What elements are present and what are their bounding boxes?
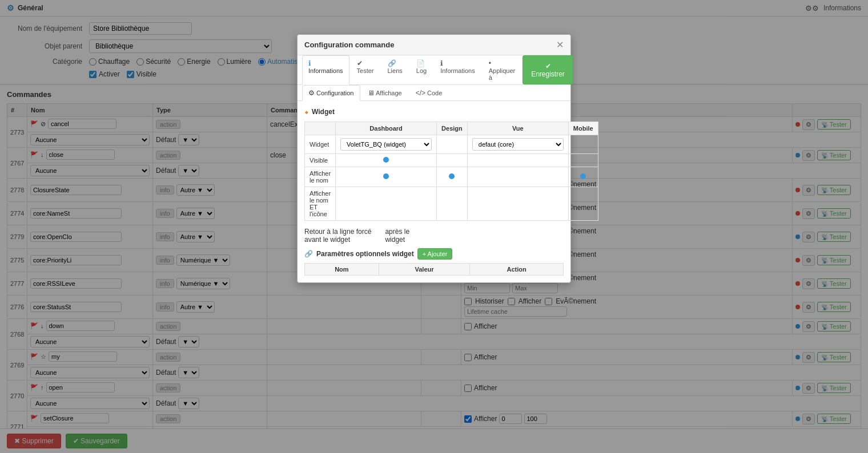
widget-row-widget: Widget VoletTG_BQ (widget) defaut (core) xyxy=(305,135,598,154)
col-action: Action xyxy=(470,264,564,276)
tab-code[interactable]: </> Code xyxy=(409,85,449,101)
dashboard-widget-select[interactable]: VoletTG_BQ (widget) xyxy=(340,138,432,151)
widget-table: Dashboard Design Vue Mobile Widget Volet… xyxy=(304,122,598,221)
modal: Configuration commande ✕ ℹ Informations … xyxy=(297,34,571,283)
widget-row-visible: Visible xyxy=(305,154,598,167)
visible-label: Visible xyxy=(305,154,336,167)
tab-info2[interactable]: ℹ Informations xyxy=(434,55,481,85)
code-icon: </> xyxy=(416,89,425,97)
display-icon: 🖥 xyxy=(368,89,375,97)
afficher-nom-mobile xyxy=(568,167,598,187)
modal-tabs-row2: ⚙ Configuration 🖥 Affichage </> Code xyxy=(298,85,570,101)
afficher-icone-design xyxy=(437,187,468,221)
vue-widget-select[interactable]: defaut (core) xyxy=(472,138,564,151)
modal-overlay: Configuration commande ✕ ℹ Informations … xyxy=(0,0,868,453)
afficher-nom-label: Afficher le nom xyxy=(305,167,336,187)
widget-mobile xyxy=(568,135,598,154)
modal-title: Configuration commande xyxy=(304,41,394,49)
visible-dashboard-dot xyxy=(383,157,389,163)
widget-title-label: Widget xyxy=(312,108,335,116)
visible-design xyxy=(437,154,468,167)
visible-vue xyxy=(467,154,568,167)
params-table-header: Nom Valeur Action xyxy=(305,264,564,276)
afficher-icone-mobile xyxy=(568,187,598,221)
widget-dashboard[interactable]: VoletTG_BQ (widget) xyxy=(336,135,437,154)
check-icon: ✔ xyxy=(357,59,363,67)
modal-close-button[interactable]: ✕ xyxy=(556,39,564,50)
widget-icon: ⬥ xyxy=(304,108,308,116)
afficher-icone-vue xyxy=(467,187,568,221)
log-icon: 📄 xyxy=(416,59,425,67)
link-icon: 🔗 xyxy=(388,59,396,67)
apply-icon: • xyxy=(489,59,491,67)
retour-row: Retour à la ligne forcéavant le widget a… xyxy=(304,228,564,244)
widget-label: Widget xyxy=(305,135,336,154)
col-dashboard: Dashboard xyxy=(336,122,437,135)
tab-tester[interactable]: ✔ Tester xyxy=(351,55,380,85)
link2-icon: 🔗 xyxy=(304,250,313,258)
config-icon: ⚙ xyxy=(308,89,315,97)
params-table: Nom Valeur Action xyxy=(304,263,564,276)
params-optionnels-title: 🔗 Paramètres optionnels widget + Ajouter xyxy=(304,248,564,260)
afficher-nom-mobile-dot xyxy=(580,173,586,179)
ajouter-button[interactable]: + Ajouter xyxy=(417,248,453,260)
col-design: Design xyxy=(437,122,468,135)
tab-appliquer[interactable]: • Appliquer à xyxy=(483,55,521,85)
visible-mobile xyxy=(568,154,598,167)
params-optionnels-label: Paramètres optionnels widget xyxy=(316,250,414,258)
afficher-nom-design xyxy=(437,167,468,187)
tab-log[interactable]: 📄 Log xyxy=(410,55,433,85)
afficher-nom-dashboard xyxy=(336,167,437,187)
widget-vue[interactable]: defaut (core) xyxy=(467,135,568,154)
afficher-nom-vue xyxy=(467,167,568,187)
modal-tabs-row1: ℹ Informations ✔ Tester 🔗 Liens 📄 Log ℹ … xyxy=(298,55,570,85)
enregistrer-button[interactable]: ✔ Enregistrer xyxy=(523,55,573,84)
widget-table-header: Dashboard Design Vue Mobile xyxy=(305,122,598,135)
widget-row-afficher-nom: Afficher le nom xyxy=(305,167,598,187)
modal-header: Configuration commande ✕ xyxy=(298,35,570,55)
modal-body: ⬥ Widget Dashboard Design Vue Mobile Wid… xyxy=(298,101,570,282)
col-vue: Vue xyxy=(467,122,568,135)
tab-affichage[interactable]: 🖥 Affichage xyxy=(361,85,408,101)
info2-icon: ℹ xyxy=(440,59,443,67)
params-optionnels: 🔗 Paramètres optionnels widget + Ajouter… xyxy=(304,248,564,276)
widget-section-title: ⬥ Widget xyxy=(304,108,564,116)
col-nom: Nom xyxy=(305,264,379,276)
widget-design xyxy=(437,135,468,154)
info-icon: ℹ xyxy=(308,59,311,67)
tab-liens[interactable]: 🔗 Liens xyxy=(381,55,409,85)
afficher-icone-dashboard xyxy=(336,187,437,221)
apres-label: après lewidget xyxy=(385,228,409,244)
afficher-nom-design-dot xyxy=(449,173,455,179)
tab-informations[interactable]: ℹ Informations xyxy=(302,55,349,85)
widget-row-afficher-icone: Afficher le nom ET l'icône xyxy=(305,187,598,221)
col-mobile: Mobile xyxy=(568,122,598,135)
afficher-nom-dashboard-dot xyxy=(383,173,389,179)
tab-configuration[interactable]: ⚙ Configuration xyxy=(302,85,360,101)
afficher-icone-label: Afficher le nom ET l'icône xyxy=(305,187,336,221)
col-widget xyxy=(305,122,336,135)
visible-dashboard xyxy=(336,154,437,167)
col-valeur: Valeur xyxy=(379,264,470,276)
retour-label: Retour à la ligne forcéavant le widget xyxy=(304,228,371,244)
